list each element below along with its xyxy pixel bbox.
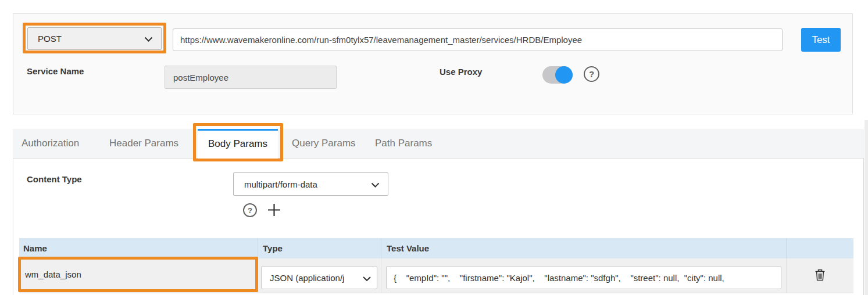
test-value-input[interactable] — [386, 266, 781, 289]
add-param-icon[interactable] — [266, 202, 282, 218]
column-header-actions — [787, 238, 853, 258]
param-name-value[interactable]: wm_data_json — [25, 260, 81, 289]
delete-param-button[interactable] — [812, 266, 828, 286]
chevron-down-icon — [371, 179, 380, 189]
param-type-dropdown[interactable]: JSON (application/j — [261, 266, 377, 289]
service-name-field-wrap — [165, 66, 337, 89]
param-name-highlight-box: wm_data_json — [18, 257, 258, 292]
table-row: wm_data_json JSON (application/j — [19, 258, 853, 293]
param-type-value: JSON (application/j — [270, 273, 359, 283]
content-type-value: multipart/form-data — [244, 179, 367, 189]
param-test-value-cell — [381, 258, 787, 293]
column-header-type: Type — [258, 238, 381, 258]
params-table-header: Name Type Test Value — [19, 238, 853, 258]
toggle-knob-icon — [555, 66, 573, 84]
content-type-dropdown[interactable]: multipart/form-data — [233, 172, 388, 196]
tab-header-params[interactable]: Header Params — [109, 129, 178, 158]
method-highlight-box — [23, 23, 166, 53]
url-field-wrap — [173, 28, 783, 51]
service-name-input[interactable] — [165, 66, 337, 89]
tab-body-params[interactable]: Body Params — [198, 129, 278, 159]
chevron-down-icon — [363, 273, 371, 283]
url-input[interactable] — [173, 28, 783, 51]
param-type-cell: JSON (application/j — [258, 258, 381, 293]
vertical-scrollbar[interactable] — [865, 120, 868, 295]
param-name-cell: wm_data_json — [19, 258, 258, 293]
tab-query-params[interactable]: Query Params — [292, 129, 356, 158]
column-header-test-value: Test Value — [381, 238, 787, 258]
use-proxy-toggle[interactable] — [542, 66, 573, 84]
service-name-label: Service Name — [27, 66, 84, 76]
content-type-label: Content Type — [27, 174, 82, 184]
body-params-panel: Content Type multipart/form-data ? Name … — [13, 159, 864, 295]
param-actions-cell — [787, 258, 853, 293]
tab-path-params[interactable]: Path Params — [375, 129, 432, 158]
proxy-help-icon[interactable]: ? — [584, 66, 599, 82]
params-table: Name Type Test Value wm_data_json JSON (… — [19, 238, 853, 293]
params-tab-bar: Authorization Header Params Body Params … — [13, 129, 864, 159]
test-button[interactable]: Test — [801, 28, 841, 52]
trash-icon — [814, 275, 826, 283]
content-type-help-icon[interactable]: ? — [243, 203, 257, 217]
test-value-field-wrap — [386, 266, 781, 289]
use-proxy-label: Use Proxy — [440, 67, 482, 77]
column-header-name: Name — [19, 238, 258, 258]
tab-authorization[interactable]: Authorization — [22, 129, 79, 158]
request-panel: POST Test Service Name Use Proxy ? — [13, 13, 853, 114]
